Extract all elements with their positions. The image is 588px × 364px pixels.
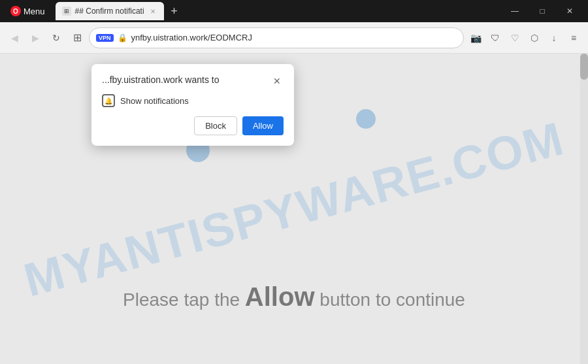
page-body-text: Please tap the Allow button to continue	[123, 282, 465, 312]
popup-header: ...fby.uistration.work wants to ✕	[102, 74, 284, 88]
main-content: MYANTISPYWARE.COM Please tap the Allow b…	[0, 54, 588, 364]
notification-label: Show notifications	[120, 96, 189, 106]
new-tab-button[interactable]: +	[165, 2, 184, 20]
toolbar-icons: 📷 🛡 ♡ ⬡ ↓ ≡	[466, 29, 583, 47]
wallet-icon[interactable]: ⬡	[525, 29, 544, 47]
vpn-badge: VPN	[96, 34, 114, 42]
allow-button[interactable]: Allow	[242, 116, 284, 135]
tab-favicon: ⊞	[62, 7, 71, 16]
page-text-before: Please tap the	[123, 290, 240, 310]
grid-button[interactable]: ⊞	[68, 29, 86, 47]
title-bar: O Menu ⊞ ## Confirm notificati ✕ + — □ ✕	[0, 0, 588, 22]
browser-window: O Menu ⊞ ## Confirm notificati ✕ + — □ ✕…	[0, 0, 588, 364]
decorative-dot-2	[356, 109, 376, 129]
block-button[interactable]: Block	[194, 116, 237, 135]
notification-popup: ...fby.uistration.work wants to ✕ 🔔 Show…	[91, 64, 294, 146]
back-button[interactable]: ◀	[5, 29, 24, 47]
scrollbar-track	[580, 54, 588, 364]
heart-icon[interactable]: ♡	[506, 29, 524, 47]
refresh-button[interactable]: ↻	[47, 29, 65, 47]
lock-icon: 🔒	[118, 33, 127, 42]
scrollbar-thumb[interactable]	[580, 54, 588, 80]
popup-buttons: Block Allow	[102, 116, 284, 135]
url-bar[interactable]: VPN 🔒 ynfby.uistration.work/EODMCRJ	[89, 27, 464, 48]
menu-label: Menu	[24, 7, 45, 16]
settings-icon[interactable]: ≡	[564, 29, 583, 47]
popup-notification-row: 🔔 Show notifications	[102, 94, 284, 107]
tab-close-button[interactable]: ✕	[148, 7, 157, 16]
forward-button[interactable]: ▶	[26, 29, 44, 47]
popup-title: ...fby.uistration.work wants to	[102, 74, 270, 85]
window-controls: — □ ✕	[502, 0, 583, 22]
tabs-area: ⊞ ## Confirm notificati ✕ +	[53, 2, 499, 20]
maximize-button[interactable]: □	[529, 0, 555, 22]
popup-close-button[interactable]: ✕	[270, 74, 284, 88]
address-bar: ◀ ▶ ↻ ⊞ VPN 🔒 ynfby.uistration.work/EODM…	[0, 22, 588, 54]
download-icon[interactable]: ↓	[545, 29, 563, 47]
minimize-button[interactable]: —	[502, 0, 528, 22]
shield-icon[interactable]: 🛡	[486, 29, 504, 47]
page-text-after: button to continue	[319, 290, 465, 310]
page-text-allow: Allow	[245, 282, 315, 311]
close-button[interactable]: ✕	[557, 0, 583, 22]
camera-icon[interactable]: 📷	[466, 29, 485, 47]
notification-icon: 🔔	[102, 94, 115, 107]
opera-logo: O	[10, 6, 21, 16]
active-tab[interactable]: ⊞ ## Confirm notificati ✕	[56, 2, 164, 20]
url-text: ynfby.uistration.work/EODMCRJ	[131, 33, 457, 42]
tab-title: ## Confirm notificati	[75, 7, 144, 16]
opera-menu-button[interactable]: O Menu	[5, 3, 50, 19]
